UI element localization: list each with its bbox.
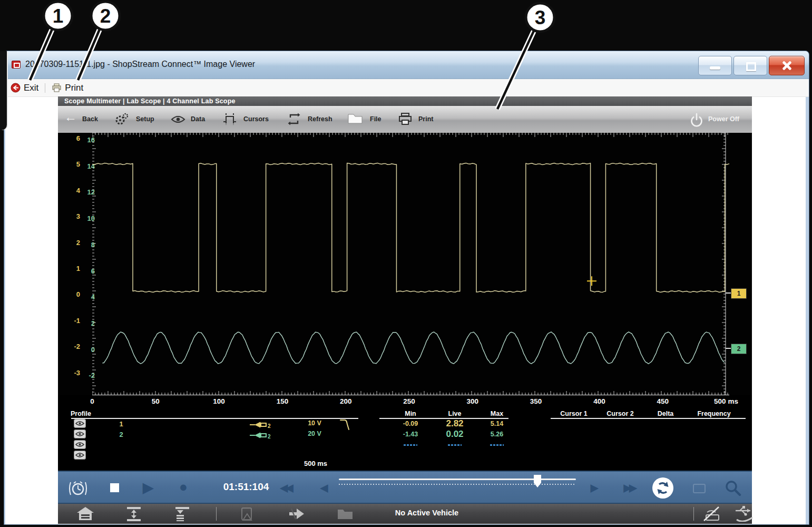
minimize-button[interactable] [698,56,732,75]
scanner-disconnected-icon[interactable] [702,506,722,522]
file-folder-icon[interactable] [348,113,363,126]
cursors-icon[interactable] [222,113,237,128]
col-frequency: Frequency [697,410,730,417]
toolbar-back-label[interactable]: Back [82,106,98,133]
time-axis-label: 400 [593,397,605,405]
step-forward-button[interactable]: ▶ [586,482,602,494]
y-axis-label-ch1: 6 [64,134,80,142]
data-eye-icon[interactable] [171,115,185,126]
toolbar-refresh-label[interactable]: Refresh [308,106,332,133]
status-bar: No Active Vehicle [58,504,752,524]
toolbar-cursors-label[interactable]: Cursors [243,106,269,133]
ch1-max-value: 5.14 [491,420,503,427]
channel1-scale: 10 V [308,419,321,427]
seek-thumb[interactable] [534,475,541,487]
titlebar[interactable]: 20170309-1151-1.jpg - ShopStream Connect… [5,51,809,79]
page-edge-tab [0,51,7,130]
print-menu-button[interactable]: Print [52,83,83,93]
scope-toolbar: ← Back Setup Data Cursors Refresh File P… [58,106,752,133]
profile-underline [71,418,358,419]
power-off-icon[interactable] [689,113,704,129]
close-button[interactable] [769,56,805,75]
time-axis-label: 450 [657,397,669,405]
minmax-underline [379,418,508,419]
refresh-icon[interactable] [288,113,300,128]
col-max: Max [491,410,503,417]
toolbar-print-label[interactable]: Print [418,106,433,133]
channel1-badge[interactable]: 1 [731,288,747,299]
ch2-max-value: 5.26 [491,431,503,438]
min-dash [404,444,417,446]
callout-circle-3 [526,3,554,32]
exit-label: Exit [24,83,38,93]
menu-separator [45,83,45,93]
time-axis-label: 300 [467,397,479,405]
expand-vertical-icon[interactable] [125,507,142,521]
toolbar-setup-label[interactable]: Setup [136,106,154,133]
time-axis-label: 0 [90,397,94,405]
fast-forward-button[interactable]: ▶▶ [613,482,645,494]
step-back-button[interactable]: ◀ [316,482,332,494]
callout-circle-2 [91,2,120,30]
refresh-view-button[interactable] [652,477,673,499]
scope-breadcrumb: Scope Multimeter | Lab Scope | 4 Channel… [58,96,752,106]
scope-image: Scope Multimeter | Lab Scope | 4 Channel… [58,96,752,524]
stop-button[interactable] [110,483,119,492]
channel3-eye-toggle[interactable] [74,440,86,449]
minimize-icon [710,66,720,70]
channel2-number: 2 [119,431,123,438]
channel2-badge[interactable]: 2 [731,344,747,354]
channel2-scale: 20 V [308,430,321,437]
data-transfer-icon[interactable] [288,508,306,520]
sweep-setting: 500 ms [304,460,327,467]
ch1-live-value: 2.82 [446,418,463,429]
col-min: Min [405,410,416,417]
collapse-list-icon[interactable] [174,507,191,521]
vehicle-id-icon-disabled [240,507,255,521]
channel1-eye-toggle[interactable] [74,419,86,428]
zoom-search-icon[interactable] [724,479,742,497]
window-title: 20170309-1151-1.jpg - ShopStream Connect… [25,60,255,69]
toolbar-data-label[interactable]: Data [191,106,205,133]
profile-label: Profile [71,410,91,417]
svg-text:2: 2 [268,423,271,429]
y-axis-label-ch1: 2 [64,239,80,247]
y-axis-label-ch1: 3 [64,212,80,220]
channel2-probe-icon: 2 [248,431,275,440]
col-cursor1: Cursor 1 [560,410,587,417]
back-icon[interactable]: ← [64,110,77,124]
y-axis-label-ch1: 5 [64,160,80,168]
time-axis-label: 100 [213,397,225,405]
channel2-eye-toggle[interactable] [74,430,86,438]
maximize-button[interactable] [733,56,767,75]
active-vehicle-status: No Active Vehicle [379,509,474,517]
rewind-button[interactable]: ◀◀ [270,482,301,494]
window-controls [698,56,805,75]
statusbar-divider-right [693,507,694,521]
time-axis-label: 50 [152,397,160,405]
time-axis-label: 350 [530,397,542,405]
channel4-eye-toggle[interactable] [74,451,86,460]
cursor-underline [551,418,746,419]
col-delta: Delta [658,410,674,417]
exit-button[interactable]: Exit [11,83,38,93]
y-axis-label-ch1: -1 [64,317,80,325]
setup-gear-icon[interactable] [115,113,129,128]
col-live: Live [448,410,461,417]
y-axis-label-ch1: 1 [64,265,80,272]
folder-icon-disabled [337,508,353,520]
toolbar-file-label[interactable]: File [370,106,381,133]
live-dash [448,444,462,446]
scope-plot: 6543210-1-2-3 1614121086420-2 1 2 [58,133,752,395]
callout-number-3: 3 [535,7,546,28]
toolbar-power-label[interactable]: Power Off [708,106,739,133]
printer-icon[interactable] [398,113,412,128]
record-button[interactable]: ● [175,479,191,495]
play-button[interactable]: ▶ [140,480,156,496]
ch2-live-value: 0.02 [446,429,463,440]
timer-icon[interactable] [69,480,87,497]
badge-tick-2 [726,348,731,349]
home-icon[interactable] [76,506,94,521]
rotate-arrows-icon [652,477,673,499]
usb-connection-icon[interactable] [733,506,756,522]
